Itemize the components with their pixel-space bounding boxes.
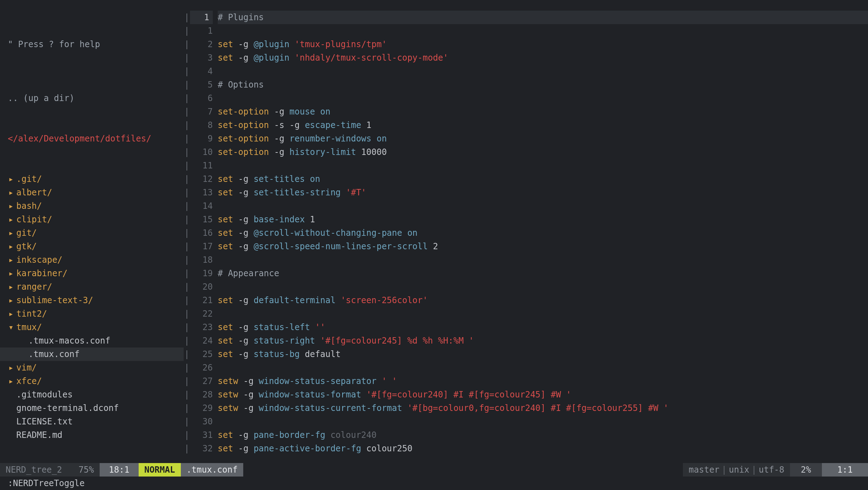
mode-indicator: NORMAL xyxy=(139,463,181,477)
code-line[interactable]: set-option -g history-limit 10000 xyxy=(218,145,868,159)
chevron-right-icon[interactable]: ▸ xyxy=(8,267,14,280)
tree-dir[interactable]: ▸albert/ xyxy=(0,186,184,199)
line-number-gutter: |112345678910111213141516171819202122232… xyxy=(190,0,218,463)
tree-dir[interactable]: ▸bash/ xyxy=(0,199,184,213)
tree-dir[interactable]: ▸.git/ xyxy=(0,172,184,186)
tree-dir[interactable]: ▾tmux/ xyxy=(0,321,184,334)
code-line[interactable] xyxy=(218,159,868,172)
chevron-right-icon[interactable]: ▸ xyxy=(8,294,14,307)
code-line[interactable]: set -g @scroll-without-changing-pane on xyxy=(218,226,868,240)
inactive-position: 18:1 xyxy=(100,463,139,477)
tree-dir[interactable]: ▸gtk/ xyxy=(0,240,184,253)
code-line[interactable]: setw -g window-status-current-format '#[… xyxy=(218,401,868,415)
code-line[interactable]: set -g status-left '' xyxy=(218,321,868,334)
chevron-right-icon[interactable]: ▸ xyxy=(8,240,14,253)
chevron-right-icon[interactable]: ▸ xyxy=(8,199,14,213)
code-line[interactable] xyxy=(218,65,868,78)
code-line[interactable] xyxy=(218,280,868,294)
chevron-right-icon[interactable]: ▸ xyxy=(8,213,14,226)
tree-file[interactable]: .tmux-macos.conf xyxy=(0,334,184,347)
code-line[interactable] xyxy=(218,91,868,105)
chevron-right-icon[interactable]: ▸ xyxy=(8,374,14,388)
code-line[interactable]: set -g @scroll-speed-num-lines-per-scrol… xyxy=(218,240,868,253)
chevron-right-icon[interactable]: ▸ xyxy=(8,186,14,199)
code-line[interactable] xyxy=(218,199,868,213)
git-branch: master | unix | utf-8 xyxy=(683,463,790,477)
code-line[interactable] xyxy=(218,307,868,321)
chevron-down-icon[interactable]: ▾ xyxy=(8,321,14,334)
code-line[interactable]: set -g default-terminal 'screen-256color… xyxy=(218,294,868,307)
tree-dir[interactable]: ▸xfce/ xyxy=(0,374,184,388)
chevron-right-icon[interactable]: ▸ xyxy=(8,226,14,240)
code-line[interactable]: setw -g window-status-separator ' ' xyxy=(218,374,868,388)
code-line[interactable]: # Options xyxy=(218,78,868,91)
tree-dir[interactable]: ▸ranger/ xyxy=(0,280,184,294)
tree-dir[interactable]: ▸vim/ xyxy=(0,361,184,374)
active-file-name: .tmux.conf xyxy=(181,463,244,477)
tree-dir[interactable]: ▸clipit/ xyxy=(0,213,184,226)
tree-dir[interactable]: ▸karabiner/ xyxy=(0,267,184,280)
code-line[interactable]: set-option -g renumber-windows on xyxy=(218,132,868,145)
tree-file[interactable]: .gitmodules xyxy=(0,388,184,401)
code-line[interactable]: set -g @plugin 'nhdaly/tmux-scroll-copy-… xyxy=(218,51,868,65)
scroll-percent: 2% xyxy=(790,463,822,477)
tree-help-hint: " Press ? for help xyxy=(0,38,184,51)
code-line[interactable]: set -g @plugin 'tmux-plugins/tpm' xyxy=(218,38,868,51)
code-line[interactable]: set -g base-index 1 xyxy=(218,213,868,226)
code-line[interactable] xyxy=(218,415,868,428)
inactive-buffer-name: NERD_tree_2 xyxy=(0,463,68,477)
code-line[interactable]: set -g status-bg default xyxy=(218,347,868,361)
chevron-right-icon[interactable]: ▸ xyxy=(8,361,14,374)
chevron-right-icon[interactable]: ▸ xyxy=(8,307,14,321)
code-line[interactable] xyxy=(218,253,868,267)
chevron-right-icon[interactable]: ▸ xyxy=(8,172,14,186)
code-line[interactable]: set-option -g mouse on xyxy=(218,105,868,118)
file-tree-panel[interactable]: " Press ? for help .. (up a dir) </alex/… xyxy=(0,0,184,463)
command-line[interactable]: :NERDTreeToggle xyxy=(0,477,868,490)
code-line[interactable]: # Plugins xyxy=(218,11,868,24)
tree-dir[interactable]: ▸sublime-text-3/ xyxy=(0,294,184,307)
tree-file[interactable]: gnome-terminal.dconf xyxy=(0,401,184,415)
code-line[interactable] xyxy=(218,24,868,38)
cursor-position: 1:1 xyxy=(822,463,868,477)
code-line[interactable]: setw -g window-status-format '#[fg=colou… xyxy=(218,388,868,401)
code-line[interactable]: # Appearance xyxy=(218,267,868,280)
code-line[interactable]: set -g pane-border-fg colour240 xyxy=(218,428,868,442)
inactive-percent: 75% xyxy=(68,463,100,477)
editor-pane[interactable]: ||||||||||||||||||||||||||||||||| |11234… xyxy=(184,0,868,463)
code-line[interactable]: set -g pane-active-border-fg colour250 xyxy=(218,442,868,455)
tree-file[interactable]: .tmux.conf xyxy=(0,347,184,361)
code-line[interactable]: set -g status-right '#[fg=colour245] %d … xyxy=(218,334,868,347)
tree-up-dir[interactable]: .. (up a dir) xyxy=(0,91,184,105)
chevron-right-icon[interactable]: ▸ xyxy=(8,253,14,267)
code-line[interactable]: set -g set-titles on xyxy=(218,172,868,186)
tree-root-path[interactable]: </alex/Development/dotfiles/ xyxy=(0,132,184,145)
tree-dir[interactable]: ▸inkscape/ xyxy=(0,253,184,267)
tree-dir[interactable]: ▸git/ xyxy=(0,226,184,240)
statusline: NERD_tree_2 75% 18:1 NORMAL .tmux.conf m… xyxy=(0,463,868,477)
code-area[interactable]: # Pluginsset -g @plugin 'tmux-plugins/tp… xyxy=(218,0,868,463)
chevron-right-icon[interactable]: ▸ xyxy=(8,280,14,294)
tree-dir[interactable]: ▸tint2/ xyxy=(0,307,184,321)
code-line[interactable] xyxy=(218,361,868,374)
code-line[interactable]: set -g set-titles-string '#T' xyxy=(218,186,868,199)
tree-file[interactable]: README.md xyxy=(0,428,184,442)
tree-file[interactable]: LICENSE.txt xyxy=(0,415,184,428)
code-line[interactable]: set-option -s -g escape-time 1 xyxy=(218,118,868,132)
